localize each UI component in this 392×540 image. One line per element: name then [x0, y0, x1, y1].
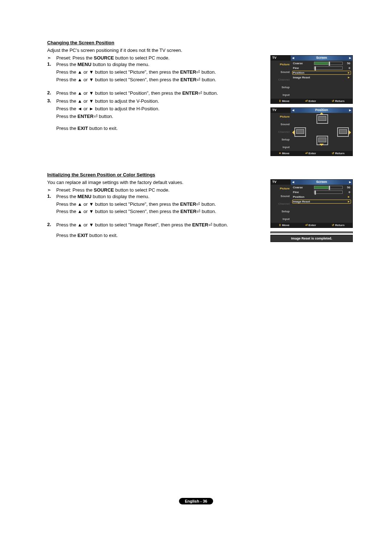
osd-row-imagereset-selected: Image Reset ► [292, 200, 351, 204]
osd-screen-position: TV ◀ Screen ▶ Picture Sound Channel Setu… [270, 55, 353, 104]
osd-position: TV ◀ Position ▶ Picture Sound Channel Se… [270, 107, 353, 156]
chevron-right-icon: ► [347, 195, 350, 199]
enter-icon: ⏎ [198, 90, 202, 96]
enter-icon: ⏎ [196, 201, 200, 207]
chevron-right-icon: ► [347, 200, 350, 203]
enter-icon: ⏎ [196, 69, 200, 75]
chevron-right-icon: ▶ [349, 57, 351, 60]
chevron-right-icon: ► [347, 76, 350, 79]
chevron-right-icon: ▶ [349, 181, 351, 184]
enter-icon: ⏎ [196, 77, 200, 82]
arrow-left-icon [290, 130, 294, 135]
chevron-right-icon: ▶ [349, 109, 351, 112]
arrow-right-icon [349, 130, 353, 135]
enter-icon: ⏎ [94, 114, 98, 119]
image-reset-message: Image Reset is completed. [270, 235, 353, 242]
chevron-left-icon: ◀ [292, 57, 294, 60]
section-initializing: Initializing the Screen Position or Colo… [47, 172, 352, 239]
section-changing-screen-position: Changing the Screen Position Adjust the … [47, 40, 352, 132]
section1-intro: Adjust the PC's screen positioning if it… [47, 48, 352, 53]
chevron-left-icon: ◀ [292, 109, 294, 112]
enter-icon: ⏎ [196, 209, 200, 214]
osd-screenshots-section2: TV ◀ Screen ▶ Picture Sound Channel Setu… [270, 179, 352, 242]
section1-heading: Changing the Screen Position [47, 40, 352, 45]
osd-screenshots-section1: TV ◀ Screen ▶ Picture Sound Channel Setu… [270, 55, 352, 160]
chevron-right-icon: ► [347, 71, 350, 74]
enter-icon: ⏎ [208, 222, 212, 228]
section2-heading: Initializing the Screen Position or Colo… [47, 172, 352, 177]
osd-screen-imagereset: TV ◀ Screen ▶ Picture Sound Channel Setu… [270, 179, 353, 228]
arrow-down-icon [319, 144, 324, 148]
page-footer: English - 36 [179, 498, 213, 504]
osd-row-position-selected: Position ► [292, 71, 351, 75]
position-diagram [292, 114, 351, 148]
chevron-left-icon: ◀ [292, 181, 294, 184]
